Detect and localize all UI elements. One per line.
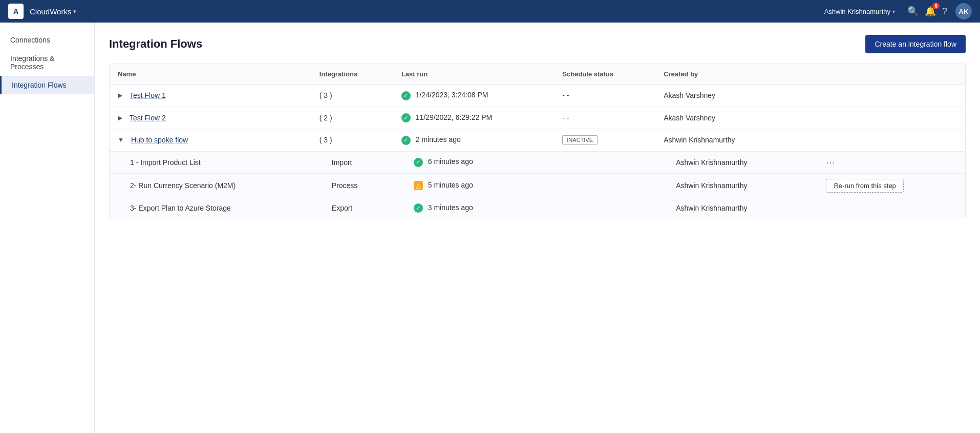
- integrations-cell: ( 3 ): [311, 129, 393, 152]
- created-by-cell: Ashwin Krishnamurthy: [655, 129, 805, 152]
- app-name[interactable]: CloudWorks ▾: [30, 7, 76, 16]
- col-integrations: Integrations: [311, 64, 393, 85]
- table-row: ▶ Test Flow 1 ( 3 ) ✓ 1/24/2023, 3:24:08…: [110, 85, 965, 107]
- schedule-status-cell: - -: [554, 107, 655, 129]
- step-type-cell: Process: [311, 173, 393, 198]
- layout: Connections Integrations & Processes Int…: [0, 23, 980, 433]
- app-caret-icon: ▾: [73, 8, 76, 15]
- topnav: A CloudWorks ▾ Ashwin Krishnamurthy ▾ 🔍 …: [0, 0, 980, 23]
- flow-name-link[interactable]: Hub to spoke flow: [131, 136, 188, 144]
- step-last-run-cell: ✓ 6 minutes ago: [393, 151, 554, 173]
- avatar[interactable]: AK: [955, 3, 972, 19]
- last-run-cell: ✓ 1/24/2023, 3:24:08 PM: [393, 85, 554, 107]
- step-name-cell: 3- Export Plan to Azure Storage: [110, 198, 311, 218]
- step-last-run-cell: ✓ 3 minutes ago: [393, 198, 554, 218]
- create-integration-flow-button[interactable]: Create an integration flow: [865, 35, 966, 53]
- status-ok-icon: ✓: [401, 136, 411, 145]
- flow-name-cell: ▼ Hub to spoke flow: [110, 129, 311, 152]
- search-icon[interactable]: 🔍: [907, 6, 919, 17]
- col-last-run: Last run: [393, 64, 554, 85]
- notification-icon[interactable]: 🔔 6: [925, 6, 936, 17]
- schedule-status-cell: INACTIVE: [554, 129, 655, 152]
- status-ok-icon: ✓: [414, 158, 423, 167]
- step-actions-cell: ⋯: [805, 151, 965, 173]
- status-ok-icon: ✓: [401, 113, 411, 122]
- step-actions-cell: Re-run from this step: [805, 173, 965, 198]
- rerun-button[interactable]: Re-run from this step: [826, 179, 903, 193]
- flow-name-cell: ▶ Test Flow 1: [110, 85, 311, 107]
- flow-name-link[interactable]: Test Flow 1: [130, 91, 166, 99]
- step-type-cell: Export: [311, 198, 393, 218]
- step-created-by-cell: Ashwin Krishnamurthy: [655, 198, 805, 218]
- notification-badge: 6: [932, 3, 940, 9]
- expand-icon[interactable]: ▶: [118, 92, 122, 99]
- page-header: Integration Flows Create an integration …: [109, 35, 966, 53]
- step-type-cell: Import: [311, 151, 393, 173]
- sidebar-item-connections[interactable]: Connections: [0, 31, 94, 49]
- schedule-status-cell: - -: [554, 85, 655, 107]
- step-name-cell: 2- Run Currency Scenario (M2M): [110, 173, 311, 198]
- table-row: 2- Run Currency Scenario (M2M) Process △…: [110, 173, 965, 198]
- status-ok-icon: ✓: [401, 91, 411, 100]
- step-created-by-cell: Ashwin Krishnamurthy: [655, 173, 805, 198]
- flow-name-cell: ▶ Test Flow 2: [110, 107, 311, 129]
- col-created-by: Created by: [655, 64, 805, 85]
- actions-cell: [805, 129, 965, 152]
- help-icon[interactable]: ?: [942, 6, 947, 17]
- integrations-cell: ( 2 ): [311, 107, 393, 129]
- col-actions: [805, 64, 965, 85]
- table-row: 1 - Import Product List Import ✓ 6 minut…: [110, 151, 965, 173]
- table-header-row: Name Integrations Last run Schedule stat…: [110, 64, 965, 85]
- expand-icon[interactable]: ▶: [118, 114, 122, 121]
- inactive-badge: INACTIVE: [562, 135, 598, 145]
- page-title: Integration Flows: [109, 37, 202, 51]
- app-logo: A: [8, 4, 24, 19]
- step-name-cell: 1 - Import Product List: [110, 151, 311, 173]
- last-run-cell: ✓ 11/29/2022, 6:29:22 PM: [393, 107, 554, 129]
- main-content: Integration Flows Create an integration …: [95, 23, 980, 433]
- last-run-cell: ✓ 2 minutes ago: [393, 129, 554, 152]
- integrations-cell: ( 3 ): [311, 85, 393, 107]
- user-caret-icon: ▾: [892, 9, 895, 14]
- status-ok-icon: ✓: [414, 203, 423, 213]
- sidebar-item-integration-flows[interactable]: Integration Flows: [0, 76, 94, 94]
- table-row: 3- Export Plan to Azure Storage Export ✓…: [110, 198, 965, 218]
- step-schedule-cell: [554, 151, 655, 173]
- col-name: Name: [110, 64, 311, 85]
- step-created-by-cell: Ashwin Krishnamurthy: [655, 151, 805, 173]
- integration-flows-table: Name Integrations Last run Schedule stat…: [109, 64, 966, 218]
- table-row: ▼ Hub to spoke flow ( 3 ) ✓ 2 minutes ag…: [110, 129, 965, 152]
- collapse-icon[interactable]: ▼: [118, 136, 124, 143]
- created-by-cell: Akash Varshney: [655, 85, 805, 107]
- col-schedule-status: Schedule status: [554, 64, 655, 85]
- flow-name-link[interactable]: Test Flow 2: [130, 114, 166, 122]
- topnav-icons: 🔍 🔔 6 ? AK: [907, 3, 972, 19]
- sidebar-item-integrations-processes[interactable]: Integrations & Processes: [0, 49, 94, 76]
- step-schedule-cell: [554, 173, 655, 198]
- status-warn-icon: △: [414, 181, 423, 190]
- created-by-cell: Akash Varshney: [655, 107, 805, 129]
- more-options-icon[interactable]: ⋯: [826, 157, 836, 168]
- actions-cell: [805, 107, 965, 129]
- step-schedule-cell: [554, 198, 655, 218]
- step-actions-cell: [805, 198, 965, 218]
- actions-cell: [805, 85, 965, 107]
- user-menu[interactable]: Ashwin Krishnamurthy ▾: [824, 8, 895, 15]
- sidebar: Connections Integrations & Processes Int…: [0, 23, 95, 433]
- step-last-run-cell: △ 5 minutes ago: [393, 173, 554, 198]
- table-row: ▶ Test Flow 2 ( 2 ) ✓ 11/29/2022, 6:29:2…: [110, 107, 965, 129]
